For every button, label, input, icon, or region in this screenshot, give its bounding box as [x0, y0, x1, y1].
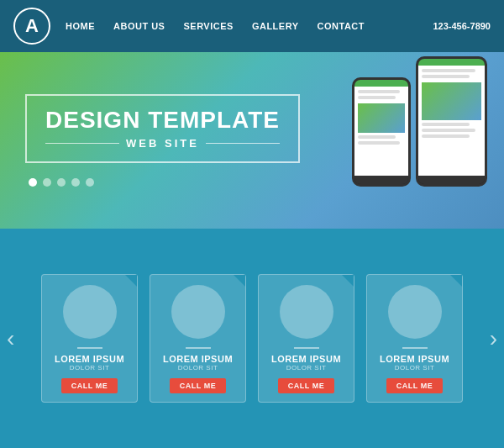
phone-small: [352, 77, 411, 187]
card-dash-2: [186, 347, 211, 349]
dot-5[interactable]: [86, 178, 94, 187]
cards-wrapper: LOREM IPSUM DOLOR SIT CALL ME LOREM IPSU…: [34, 274, 470, 403]
phone-content-large: [418, 66, 485, 176]
phone-content-small: [354, 87, 408, 176]
nav-services[interactable]: SERVICES: [183, 21, 233, 31]
cards-section: ‹ LOREM IPSUM DOLOR SIT CALL ME LOREM IP…: [0, 229, 504, 448]
hero-subtitle: WEB SITE: [126, 137, 199, 150]
nav-links: HOME ABOUT US SERVICES GALLERY CONTACT 1…: [66, 21, 491, 31]
card-btn-1[interactable]: CALL ME: [61, 378, 118, 393]
hero-line-left: [45, 143, 119, 144]
card-btn-4[interactable]: CALL ME: [386, 378, 443, 393]
phone-status-bar-large: [418, 59, 485, 66]
card-sub-2: DOLOR SIT: [178, 364, 218, 372]
card-name-3: LOREM IPSUM: [271, 354, 341, 364]
arrow-left[interactable]: ‹: [7, 325, 14, 352]
logo-letter: A: [25, 15, 39, 37]
phone-status-bar-small: [354, 80, 408, 87]
card-sub-1: DOLOR SIT: [70, 364, 110, 372]
phone-line: [358, 135, 396, 139]
card-1: LOREM IPSUM DOLOR SIT CALL ME: [41, 274, 138, 403]
card-3: LOREM IPSUM DOLOR SIT CALL ME: [258, 274, 354, 403]
phone-button-bar-large: [418, 176, 485, 184]
nav-contact[interactable]: CONTACT: [318, 21, 365, 31]
card-name-1: LOREM IPSUM: [55, 354, 124, 364]
card-4: LOREM IPSUM DOLOR SIT CALL ME: [366, 274, 463, 403]
card-sub-4: DOLOR SIT: [395, 364, 435, 372]
arrow-right[interactable]: ›: [490, 325, 497, 352]
phone-line: [422, 123, 470, 126]
card-btn-3[interactable]: CALL ME: [278, 378, 334, 393]
nav-phone: 123-456-7890: [433, 21, 491, 31]
phone-line: [358, 96, 396, 99]
hero-content: DESIGN TEMPLATE WEB SITE: [25, 94, 300, 187]
phone-image-small: [358, 103, 405, 133]
hero-line-right: [206, 143, 280, 144]
card-avatar-3: [280, 285, 333, 339]
card-name-2: LOREM IPSUM: [163, 354, 233, 364]
phone-button-bar-small: [354, 176, 408, 184]
nav-home[interactable]: HOME: [66, 21, 95, 31]
dot-1[interactable]: [29, 178, 37, 187]
card-avatar-2: [171, 285, 225, 339]
phone-image-large: [422, 82, 481, 120]
card-avatar-1: [63, 285, 117, 339]
hero-title: DESIGN TEMPLATE: [45, 108, 280, 134]
card-dash-3: [294, 347, 319, 349]
card-btn-2[interactable]: CALL ME: [170, 378, 226, 393]
phone-line: [422, 75, 470, 78]
card-dash-4: [402, 347, 428, 349]
nav-about[interactable]: ABOUT US: [113, 21, 165, 31]
navbar: A HOME ABOUT US SERVICES GALLERY CONTACT…: [0, 0, 504, 52]
phones-container: [352, 56, 487, 187]
nav-gallery[interactable]: GALLERY: [252, 21, 299, 31]
hero-dots: [25, 178, 300, 187]
card-dash-1: [77, 347, 102, 349]
phone-large: [416, 56, 487, 187]
phone-line: [422, 69, 475, 72]
dot-4[interactable]: [71, 178, 80, 187]
card-2: LOREM IPSUM DOLOR SIT CALL ME: [150, 274, 246, 403]
hero-text-box: DESIGN TEMPLATE WEB SITE: [25, 94, 300, 163]
dot-3[interactable]: [57, 178, 66, 187]
phone-line: [358, 90, 400, 93]
dot-2[interactable]: [43, 178, 51, 187]
card-name-4: LOREM IPSUM: [380, 354, 449, 364]
phone-line: [358, 141, 400, 145]
card-sub-3: DOLOR SIT: [286, 364, 327, 372]
logo[interactable]: A: [13, 8, 50, 45]
hero-section: DESIGN TEMPLATE WEB SITE: [0, 52, 504, 229]
phone-line: [422, 129, 475, 132]
card-avatar-4: [388, 285, 442, 339]
hero-subtitle-row: WEB SITE: [45, 137, 280, 150]
phone-line: [422, 134, 470, 138]
